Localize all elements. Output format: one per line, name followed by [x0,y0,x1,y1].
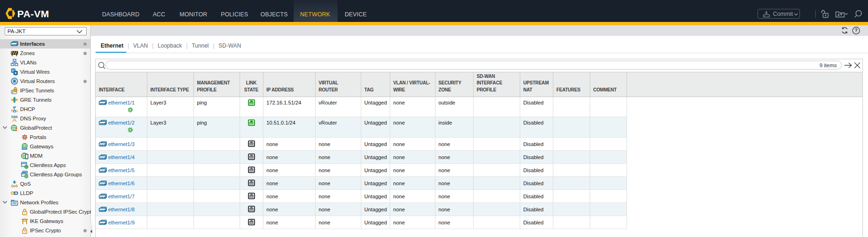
svg-text:?: ? [854,28,857,33]
svg-text:DNS: DNS [11,115,18,118]
svg-text:QoS: QoS [11,184,18,188]
svg-text:IP: IP [13,106,16,109]
